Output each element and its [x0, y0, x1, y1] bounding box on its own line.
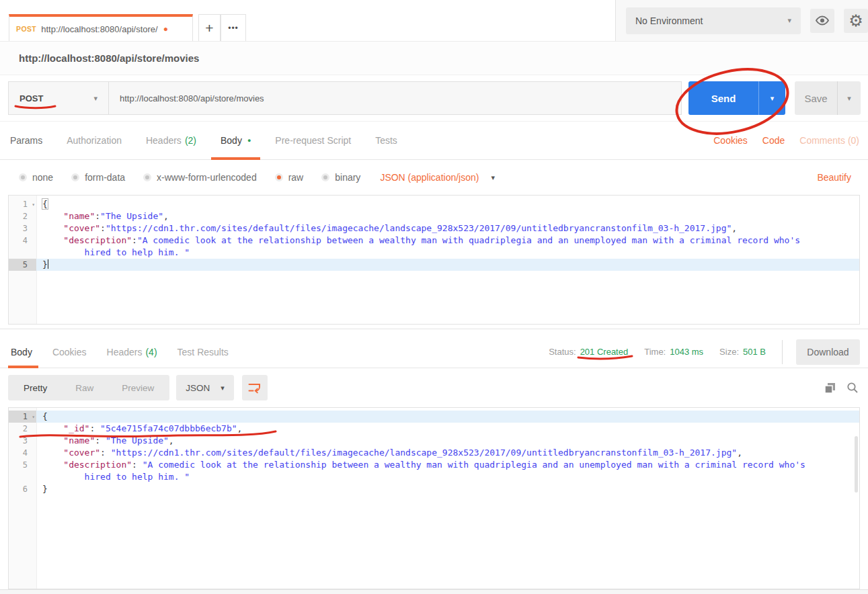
body-type-binary[interactable]: binary	[321, 172, 360, 183]
code-line[interactable]: 2 "_id": "5c4e715fa74c07dbbb6ecb7b",	[9, 423, 859, 435]
radio-label: x-www-form-urlencoded	[157, 172, 257, 183]
send-button-label[interactable]: Send	[688, 81, 758, 115]
eye-icon	[815, 15, 830, 26]
request-tab[interactable]: POST http://localhost:8080/api/store/ ●	[9, 14, 193, 41]
request-tabs: Params Authorization Headers(2) Body● Pr…	[0, 122, 868, 160]
code-line[interactable]: hired to help him. "	[9, 247, 859, 259]
copy-response-button[interactable]	[824, 382, 836, 394]
code-line[interactable]: 5 "description": "A comedic look at the …	[9, 459, 859, 471]
text-cursor	[48, 259, 48, 269]
download-button[interactable]: Download	[796, 339, 860, 365]
chevron-down-icon: ▾	[491, 174, 495, 181]
save-options-button[interactable]: ▾	[837, 81, 861, 115]
response-meta-bar: Body Cookies Headers(4) Test Results Sta…	[0, 336, 868, 368]
tab-label: Body	[11, 347, 32, 357]
code-line[interactable]: 2 "name":"The Upside",	[9, 210, 859, 222]
tab-body[interactable]: Body●	[221, 122, 251, 159]
code-text: "description":"A comedic look at the rel…	[36, 235, 859, 247]
tab-pre-request-script[interactable]: Pre-request Script	[275, 122, 351, 159]
view-pretty[interactable]: Pretty	[9, 375, 61, 400]
header: POST http://localhost:8080/api/store/ ● …	[0, 0, 868, 42]
code-line[interactable]: 1▾{	[9, 198, 859, 210]
code-line[interactable]: 5}	[9, 259, 859, 271]
tab-options-button[interactable]: •••	[221, 14, 246, 41]
content-type-selector[interactable]: JSON (application/json) ▾	[380, 172, 495, 183]
tab-label: Authorization	[67, 135, 122, 146]
content-type-label: JSON (application/json)	[380, 172, 479, 183]
response-tab-cookies[interactable]: Cookies	[52, 336, 87, 368]
code-text: }	[36, 259, 859, 271]
radio-label: form-data	[85, 172, 125, 183]
code-line[interactable]: hired to help him. "	[9, 471, 859, 483]
code-line[interactable]: 6}	[9, 483, 859, 495]
method-label: POST	[19, 93, 93, 103]
response-stats: Status: 201 Created Time: 1043 ms Size: …	[532, 339, 860, 365]
environment-area: No Environment ▾ ⚙	[615, 0, 868, 41]
body-type-raw[interactable]: raw	[275, 172, 304, 183]
search-icon	[846, 382, 859, 394]
response-tool-icons	[814, 382, 859, 394]
tab-headers[interactable]: Headers(2)	[146, 122, 196, 159]
view-preview[interactable]: Preview	[108, 375, 168, 400]
size-value: 501 B	[743, 347, 766, 357]
comments-link[interactable]: Comments (0)	[799, 135, 859, 146]
line-number: 5	[9, 459, 36, 471]
code-line[interactable]: 3 "name": "The Upside",	[9, 435, 859, 447]
view-raw[interactable]: Raw	[61, 375, 108, 400]
line-number: 4	[9, 235, 36, 247]
send-options-button[interactable]: ▾	[758, 81, 785, 115]
response-format-selector[interactable]: JSON ▾	[176, 375, 234, 400]
chevron-down-icon: ▾	[221, 384, 225, 392]
code-line[interactable]: 1▾{	[9, 411, 859, 423]
tab-label: Headers	[146, 135, 182, 146]
environment-selected-label: No Environment	[635, 15, 787, 26]
beautify-link[interactable]: Beautify	[817, 172, 851, 183]
fold-caret-icon[interactable]: ▾	[32, 411, 35, 423]
tab-label: Body	[221, 135, 242, 146]
new-tab-button[interactable]: +	[198, 14, 221, 41]
response-body-editor[interactable]: 1▾{2 "_id": "5c4e715fa74c07dbbb6ecb7b",3…	[8, 407, 860, 589]
body-type-none[interactable]: none	[19, 172, 53, 183]
environment-quick-look-button[interactable]	[810, 9, 834, 33]
chevron-down-icon: ▾	[771, 95, 775, 102]
search-response-button[interactable]	[846, 382, 859, 394]
code-text: hired to help him. "	[36, 471, 859, 483]
cookies-link[interactable]: Cookies	[713, 135, 748, 146]
code-text: {	[36, 411, 859, 423]
code-line[interactable]: 4 "description":"A comedic look at the r…	[9, 235, 859, 247]
save-button[interactable]: Save ▾	[795, 81, 861, 115]
size-label: Size:	[719, 347, 739, 357]
code-text: "name":"The Upside",	[36, 210, 859, 222]
wrap-lines-button[interactable]	[242, 375, 268, 400]
tab-authorization[interactable]: Authorization	[67, 122, 122, 159]
settings-button[interactable]: ⚙	[844, 9, 868, 33]
method-selector[interactable]: POST ▾	[8, 81, 109, 115]
scrollbar-thumb[interactable]	[855, 436, 858, 493]
send-button[interactable]: Send ▾	[688, 81, 785, 115]
url-input[interactable]: http://localhost:8080/api/store/movies	[109, 81, 682, 115]
code-text: "description": "A comedic look at the re…	[36, 459, 859, 471]
request-body-editor[interactable]: 1▾{2 "name":"The Upside",3 "cover":"http…	[8, 195, 860, 325]
code-link[interactable]: Code	[762, 135, 785, 146]
response-tab-headers[interactable]: Headers(4)	[107, 336, 157, 368]
fold-caret-icon[interactable]: ▾	[32, 199, 35, 211]
code-line[interactable]: 3 "cover":"https://cdn1.thr.com/sites/de…	[9, 222, 859, 235]
tab-params[interactable]: Params	[10, 122, 42, 159]
body-type-x-www-form-urlencoded[interactable]: x-www-form-urlencoded	[143, 172, 257, 183]
environment-selector[interactable]: No Environment ▾	[626, 7, 801, 34]
response-tab-body[interactable]: Body	[11, 336, 32, 368]
wrap-text-icon	[248, 382, 261, 394]
postman-app: POST http://localhost:8080/api/store/ ● …	[0, 0, 868, 594]
code-text: "cover":"https://cdn1.thr.com/sites/defa…	[36, 222, 859, 235]
code-line[interactable]: 4 "cover": "https://cdn1.thr.com/sites/d…	[9, 447, 859, 459]
radio-selected-icon	[275, 173, 283, 181]
line-number: 6	[9, 483, 36, 495]
save-button-label[interactable]: Save	[795, 81, 837, 115]
radio-label: raw	[288, 172, 304, 183]
code-text: "name": "The Upside",	[36, 435, 859, 447]
radio-icon	[143, 173, 151, 181]
response-tab-test-results[interactable]: Test Results	[177, 336, 229, 368]
body-type-form-data[interactable]: form-data	[71, 172, 125, 183]
tab-tests[interactable]: Tests	[375, 122, 397, 159]
radio-icon	[71, 173, 79, 181]
